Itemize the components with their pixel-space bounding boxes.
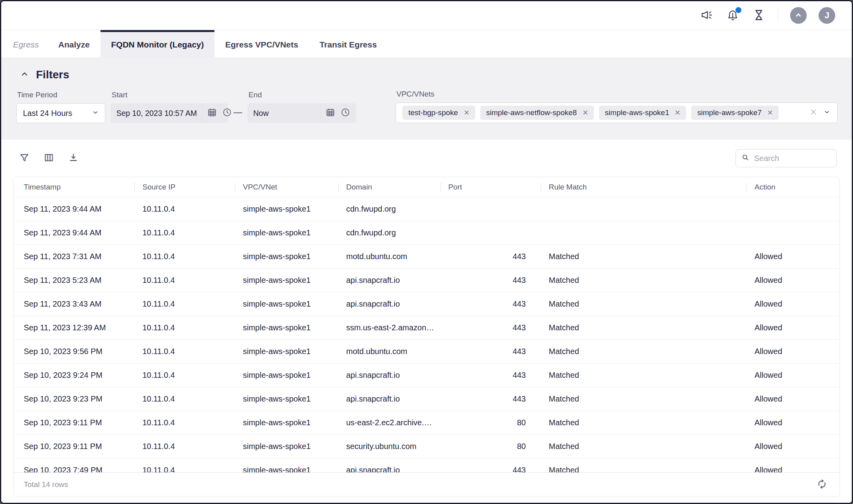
vpc-chip-simple-aws-spoke1: simple-aws-spoke1	[599, 106, 686, 120]
search-input[interactable]	[753, 153, 831, 163]
cell-action: Allowed	[747, 458, 840, 472]
cell-timestamp: Sep 11, 2023 7:31 AM	[13, 244, 135, 268]
tab-analyze[interactable]: Analyze	[47, 30, 100, 57]
table-row: Sep 11, 2023 9:44 AM10.11.0.4simple-aws-…	[13, 197, 840, 221]
table-row: Sep 11, 2023 5:23 AM10.11.0.4simple-aws-…	[13, 268, 840, 292]
cell-port: 443	[440, 363, 541, 387]
cell-action: Allowed	[747, 268, 840, 292]
end-value: Now	[253, 109, 315, 118]
column-header-action[interactable]: Action	[747, 177, 840, 197]
user-avatar[interactable]: J	[819, 7, 835, 24]
column-header-rule-match[interactable]: Rule Match	[541, 177, 747, 197]
end-datetime-field[interactable]: Now	[248, 103, 356, 123]
refresh-button[interactable]	[816, 479, 828, 491]
cell-domain: api.snapcraft.io	[338, 268, 440, 292]
announcements-button[interactable]	[699, 8, 714, 23]
vpc-chip-test-bgp-spoke: test-bgp-spoke	[402, 106, 475, 120]
chevron-up-icon	[20, 70, 29, 80]
cell-timestamp: Sep 10, 2023 9:11 PM	[13, 411, 135, 434]
column-header-domain[interactable]: Domain	[338, 177, 440, 197]
cell-timestamp: Sep 10, 2023 9:23 PM	[13, 387, 135, 411]
time-period-select[interactable]: Last 24 Hours	[16, 103, 105, 123]
cell-timestamp: Sep 11, 2023 12:39 AM	[13, 316, 135, 339]
filter-columns-button[interactable]	[19, 153, 30, 164]
table-header-row: TimestampSource IPVPC/VNetDomainPortRule…	[13, 177, 840, 197]
remove-chip-icon[interactable]	[768, 108, 773, 117]
cell-port: 80	[440, 411, 541, 434]
cell-rule-match: Matched	[541, 363, 747, 387]
download-button[interactable]	[68, 153, 79, 164]
cell-action	[747, 221, 840, 244]
column-header-source-ip[interactable]: Source IP	[135, 177, 235, 197]
cell-rule-match: Matched	[541, 387, 747, 411]
cell-source-ip: 10.11.0.4	[135, 363, 235, 387]
cell-domain: cdn.fwupd.org	[338, 221, 440, 244]
calendar-icon[interactable]	[207, 107, 217, 119]
vpc-vnets-multiselect[interactable]: test-bgp-spoke simple-aws-netflow-spoke8…	[396, 102, 838, 123]
table-row: Sep 10, 2023 9:23 PM10.11.0.4simple-aws-…	[13, 387, 840, 411]
cell-rule-match	[541, 197, 747, 221]
cell-rule-match: Matched	[541, 339, 747, 363]
field-divider	[320, 103, 320, 123]
clock-icon[interactable]	[340, 107, 351, 119]
remove-chip-icon[interactable]	[583, 108, 588, 117]
cell-port: 80	[440, 434, 541, 458]
table-toolbar	[1, 140, 852, 177]
cell-source-ip: 10.11.0.4	[135, 197, 235, 221]
tab-fqdn-monitor-legacy[interactable]: FQDN Monitor (Legacy)	[100, 30, 215, 57]
multiselect-controls	[810, 108, 831, 117]
cell-rule-match: Matched	[541, 268, 747, 292]
column-header-vpc-vnet[interactable]: VPC/VNet	[235, 177, 338, 197]
table-row: Sep 11, 2023 3:43 AM10.11.0.4simple-aws-…	[13, 292, 840, 316]
table-row: Sep 11, 2023 12:39 AM10.11.0.4simple-aws…	[13, 316, 840, 339]
remove-chip-icon[interactable]	[675, 108, 680, 117]
vpc-chip-label: simple-aws-netflow-spoke8	[486, 108, 577, 117]
filters-panel: Filters Time Period Last 24 Hours Start …	[1, 57, 852, 140]
cell-rule-match: Matched	[541, 411, 747, 434]
tab-egress-vpc-vnets[interactable]: Egress VPC/VNets	[214, 30, 309, 57]
tab-transit-egress[interactable]: Transit Egress	[309, 30, 388, 57]
filters-collapse-toggle[interactable]: Filters	[20, 68, 69, 81]
column-header-timestamp[interactable]: Timestamp	[13, 177, 135, 197]
manage-columns-button[interactable]	[43, 153, 54, 164]
brand-menu-button[interactable]	[790, 7, 807, 24]
chevron-down-icon[interactable]	[823, 108, 831, 117]
table-row: Sep 10, 2023 9:11 PM10.11.0.4simple-aws-…	[13, 411, 840, 434]
filters-title: Filters	[36, 68, 69, 81]
table-footer: Total 14 rows	[13, 472, 840, 496]
tasks-button[interactable]	[752, 8, 766, 23]
chevron-down-icon	[91, 108, 99, 118]
cell-action: Allowed	[747, 292, 840, 316]
start-datetime-field[interactable]: Sep 10, 2023 10:57 AM	[111, 103, 228, 123]
cell-port: 443	[440, 268, 541, 292]
cell-vpc-vnet: simple-aws-spoke1	[235, 316, 338, 339]
cell-timestamp: Sep 11, 2023 5:23 AM	[13, 268, 135, 292]
cell-vpc-vnet: simple-aws-spoke1	[235, 197, 338, 221]
vpc-chip-simple-aws-netflow-spoke8: simple-aws-netflow-spoke8	[480, 106, 594, 120]
cell-vpc-vnet: simple-aws-spoke1	[235, 387, 338, 411]
cell-port: 443	[440, 458, 541, 472]
cell-vpc-vnet: simple-aws-spoke1	[235, 292, 338, 316]
cell-action: Allowed	[747, 244, 840, 268]
column-header-port[interactable]: Port	[440, 177, 541, 197]
cell-domain: api.snapcraft.io	[338, 458, 440, 472]
remove-chip-icon[interactable]	[464, 108, 469, 117]
time-period-group: Time Period Last 24 Hours	[16, 91, 105, 123]
cell-source-ip: 10.11.0.4	[135, 339, 235, 363]
clear-all-icon[interactable]	[810, 109, 817, 117]
end-label: End	[248, 91, 356, 99]
start-group: Start Sep 10, 2023 10:57 AM	[111, 91, 228, 123]
calendar-icon[interactable]	[325, 107, 336, 119]
clock-icon[interactable]	[222, 107, 232, 119]
notifications-button[interactable]	[726, 8, 740, 23]
cell-action: Allowed	[747, 316, 840, 339]
table-row: Sep 10, 2023 9:56 PM10.11.0.4simple-aws-…	[13, 339, 840, 363]
table-row: Sep 10, 2023 7:49 PM10.11.0.4simple-aws-…	[13, 458, 840, 472]
cell-action: Allowed	[747, 339, 840, 363]
vpc-chip-label: test-bgp-spoke	[408, 108, 458, 117]
cell-timestamp: Sep 11, 2023 9:44 AM	[13, 197, 135, 221]
table-scroll-area[interactable]: TimestampSource IPVPC/VNetDomainPortRule…	[13, 177, 840, 472]
start-label: Start	[111, 91, 228, 99]
field-divider	[202, 103, 202, 123]
cell-domain: api.snapcraft.io	[338, 292, 440, 316]
